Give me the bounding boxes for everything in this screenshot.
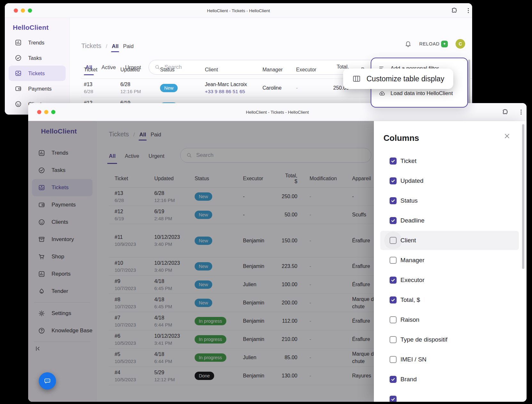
column-toggle-item[interactable] — [374, 389, 527, 402]
breadcrumb: Tickets / All Paid — [81, 42, 133, 50]
column-toggle-label: Updated — [400, 177, 423, 184]
minimize-window-button[interactable] — [44, 110, 48, 114]
cell-ticket: #13 6/28 — [84, 81, 120, 95]
checkmark-icon — [391, 159, 395, 163]
col-header-manager: Manager — [262, 67, 296, 73]
sidebar-item-tasks[interactable]: Tasks — [9, 50, 66, 66]
zoom-window-button[interactable] — [51, 110, 55, 114]
column-toggle-item[interactable]: Deadline — [374, 211, 527, 230]
checkbox[interactable] — [390, 277, 397, 284]
cloud-upload-icon — [378, 90, 385, 97]
traffic-lights — [37, 110, 55, 114]
back-sidebar-nav: Trends Tasks Tickets Payments — [5, 35, 69, 112]
column-toggle-item[interactable]: Client — [374, 230, 527, 250]
status-badge: New — [160, 84, 178, 92]
bar-chart-icon — [15, 39, 22, 46]
cell-manager: Caroline — [262, 84, 296, 92]
col-header-updated: Updated — [120, 67, 160, 73]
traffic-lights — [14, 8, 32, 12]
sidebar-item-label: Payments — [28, 86, 52, 92]
cell-status: New — [160, 84, 205, 92]
column-toggle-item[interactable]: Brand — [374, 369, 527, 389]
check-circle-icon — [15, 54, 22, 61]
column-toggle-label: Type de dispositif — [400, 336, 447, 343]
checkbox[interactable] — [390, 316, 397, 323]
extensions-icon[interactable] — [451, 7, 458, 14]
client-phone-link[interactable]: +33 9 88 86 51 65 — [205, 88, 262, 95]
minimize-window-button[interactable] — [21, 8, 25, 12]
breadcrumb-link-all[interactable]: All — [112, 43, 118, 49]
col-header-executor: Executor — [296, 67, 323, 73]
breadcrumb-section: Tickets — [81, 42, 101, 50]
checkbox[interactable] — [390, 237, 397, 244]
browser-menu-icon[interactable] — [465, 7, 472, 14]
reload-extension[interactable]: RELOAD ✦ — [419, 41, 448, 47]
column-toggle-label: Deadline — [400, 217, 424, 224]
checkbox[interactable] — [390, 396, 397, 402]
sidebar-item-trends[interactable]: Trends — [9, 35, 66, 50]
menu-item-label: Load data into HelloClient — [391, 90, 453, 97]
checkbox[interactable] — [390, 376, 397, 383]
checkbox[interactable] — [390, 296, 397, 303]
chat-launcher-button[interactable] — [39, 372, 56, 390]
cell-executor: - — [296, 85, 323, 92]
checkbox[interactable] — [390, 158, 397, 165]
cell-updated: 6/28 12:16 PM — [120, 81, 160, 95]
breadcrumb-separator: / — [106, 43, 108, 50]
column-toggle-label: Manager — [400, 257, 424, 264]
sidebar-item-label: Trends — [28, 40, 44, 46]
column-toggle-item[interactable]: Ticket — [374, 151, 527, 171]
column-toggle-item[interactable]: Total, $ — [374, 290, 527, 310]
window-title: HelloClient - Tickets - HelloClient — [69, 8, 408, 13]
column-toggle-item[interactable]: Updated — [374, 171, 527, 191]
column-toggle-item[interactable]: IMEI / SN — [374, 350, 527, 369]
window-title: HelloClient - Tickets - HelloClient — [92, 109, 463, 114]
column-toggle-label: Brand — [400, 376, 417, 383]
checkbox[interactable] — [390, 177, 397, 184]
checkbox[interactable] — [390, 257, 397, 264]
checkbox[interactable] — [390, 336, 397, 343]
checkmark-icon — [391, 397, 395, 401]
smiley-icon — [15, 101, 22, 108]
sidebar-item-label: Tasks — [28, 55, 42, 61]
notifications-bell-icon[interactable] — [405, 40, 412, 47]
column-toggle-item[interactable]: Executor — [374, 270, 527, 290]
panel-scrollbar[interactable] — [522, 124, 524, 269]
close-icon[interactable] — [504, 133, 511, 140]
col-header-client: Client — [205, 67, 262, 73]
sidebar-item-payments[interactable]: Payments — [9, 81, 66, 96]
checkmark-icon — [391, 377, 395, 382]
customize-table-display-callout[interactable]: Customize table display — [343, 69, 453, 89]
col-header-status: Status — [160, 67, 205, 73]
close-window-button[interactable] — [37, 110, 41, 114]
checkmark-icon — [391, 278, 395, 282]
checkbox[interactable] — [390, 197, 397, 204]
checkmark-icon — [391, 198, 395, 203]
checkbox[interactable] — [390, 356, 397, 363]
column-toggle-item[interactable]: Raison — [374, 310, 527, 330]
sidebar-item-label: Tickets — [28, 70, 45, 77]
ticket-inbox-icon — [15, 70, 22, 77]
callout-label: Customize table display — [367, 75, 444, 83]
sidebar-item-tickets[interactable]: Tickets — [9, 66, 66, 81]
breadcrumb-link-paid[interactable]: Paid — [123, 43, 133, 49]
back-titlebar: HelloClient - Tickets - HelloClient — [5, 3, 472, 18]
column-toggle-label: Status — [400, 197, 418, 204]
column-toggle-label: Executor — [400, 277, 424, 284]
wallet-icon — [15, 85, 22, 92]
header-actions: RELOAD ✦ C — [405, 39, 465, 49]
column-toggle-item[interactable]: Manager — [374, 250, 527, 270]
column-toggle-label: IMEI / SN — [400, 356, 426, 363]
column-toggle-label: Total, $ — [400, 296, 420, 303]
zoom-window-button[interactable] — [28, 8, 32, 12]
browser-menu-icon[interactable] — [518, 109, 525, 116]
extensions-icon[interactable] — [502, 109, 509, 116]
column-toggle-item[interactable]: Status — [374, 191, 527, 211]
panel-title: Columns — [383, 133, 419, 143]
front-window: HelloClient - Tickets - HelloClient Hell… — [28, 103, 527, 402]
avatar[interactable]: C — [455, 39, 465, 49]
checkmark-icon — [391, 218, 395, 223]
close-window-button[interactable] — [14, 8, 18, 12]
column-toggle-item[interactable]: Type de dispositif — [374, 330, 527, 350]
checkbox[interactable] — [390, 217, 397, 224]
